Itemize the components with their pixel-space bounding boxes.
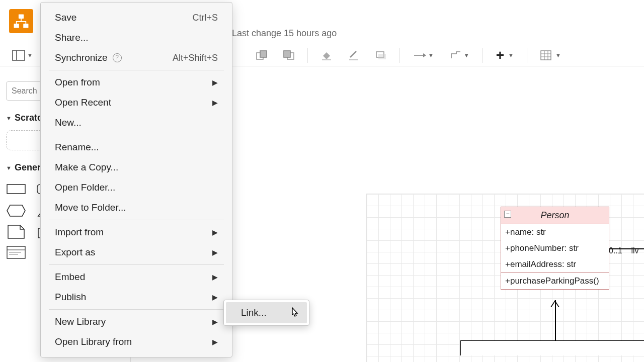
op-row[interactable]: +purchaseParkingPass() [501, 273, 609, 289]
menu-item-embed[interactable]: Embed▶ [41, 267, 232, 287]
menu-item-label: New Library [55, 316, 106, 327]
menu-separator [49, 309, 224, 310]
publish-link-item[interactable]: Link... [226, 302, 307, 323]
menu-item-label: Share... [55, 32, 89, 43]
generalization-line[interactable] [555, 300, 556, 340]
menu-separator [49, 264, 224, 265]
menu-item-label: Open Recent [55, 97, 111, 108]
menu-item-label: Rename... [55, 142, 99, 153]
publish-submenu: Link... [223, 300, 309, 326]
svg-rect-2 [23, 24, 28, 28]
menu-item-publish[interactable]: Publish▶ [41, 287, 232, 307]
menu-item-import-from[interactable]: Import from▶ [41, 222, 232, 242]
menu-shortcut: Ctrl+S [192, 13, 218, 23]
shape-note[interactable] [6, 224, 26, 239]
submenu-arrow-icon: ▶ [212, 338, 218, 346]
svg-rect-12 [378, 54, 386, 59]
waypoint-style-button[interactable]: ▼ [447, 49, 472, 62]
submenu-arrow-icon: ▶ [212, 318, 218, 326]
menu-item-open-from[interactable]: Open from▶ [41, 72, 232, 93]
menu-item-share[interactable]: Share... [41, 28, 232, 48]
to-back-button[interactable] [280, 48, 297, 62]
submenu-arrow-icon: ▶ [212, 273, 218, 281]
collapse-icon[interactable]: − [504, 211, 511, 218]
menu-item-label: Export as [55, 247, 95, 258]
submenu-arrow-icon: ▶ [212, 78, 218, 86]
shape-list[interactable] [6, 245, 26, 260]
submenu-arrow-icon: ▶ [212, 248, 218, 256]
to-front-button[interactable] [253, 48, 270, 62]
menu-item-move-to-folder[interactable]: Move to Folder... [41, 198, 232, 218]
file-menu: SaveCtrl+SShare...Synchronize?Alt+Shift+… [40, 2, 232, 357]
svg-rect-1 [14, 24, 19, 28]
table-button[interactable]: ▼ [537, 48, 564, 62]
insert-button[interactable]: +▼ [493, 45, 517, 65]
view-mode-button[interactable]: ▼ [9, 48, 36, 63]
shape-rect[interactable] [6, 182, 26, 197]
menu-item-save[interactable]: SaveCtrl+S [41, 8, 232, 28]
menu-item-label: Open from [55, 77, 100, 88]
app-logo[interactable] [9, 9, 33, 33]
svg-rect-19 [7, 185, 25, 194]
svg-rect-3 [13, 50, 25, 60]
menu-separator [49, 220, 224, 220]
svg-rect-6 [260, 51, 267, 57]
menu-item-open-library-from[interactable]: Open Library from▶ [41, 332, 232, 352]
chevron-down-icon: ▼ [6, 165, 12, 171]
submenu-arrow-icon: ▶ [212, 228, 218, 236]
class-name: Person [540, 210, 569, 220]
association-multiplicity: 0..1 liv [609, 246, 639, 255]
menu-item-synchronize[interactable]: Synchronize?Alt+Shift+S [41, 48, 232, 68]
menu-item-label: Embed [55, 272, 85, 283]
uml-class-person[interactable]: − Person +name: str +phoneNumber: str +e… [501, 207, 609, 290]
submenu-arrow-icon: ▶ [212, 293, 218, 301]
attr-row[interactable]: +emailAddress: str [501, 256, 609, 273]
menu-shortcut: Alt+Shift+S [173, 53, 218, 63]
submenu-arrow-icon: ▶ [212, 99, 218, 107]
menu-item-label: Move to Folder... [55, 202, 126, 213]
line-color-button[interactable] [345, 48, 362, 63]
menu-item-label: Make a Copy... [55, 162, 118, 173]
svg-rect-9 [322, 59, 331, 60]
menu-separator [49, 135, 224, 135]
uml-subclass-box[interactable] [460, 340, 644, 355]
menu-item-open-folder[interactable]: Open Folder... [41, 177, 232, 198]
menu-item-label: Synchronize [55, 52, 108, 63]
attr-row[interactable]: +phoneNumber: str [501, 240, 609, 256]
menu-item-label: Open Folder... [55, 182, 115, 193]
menu-item-label: Publish [55, 292, 86, 303]
svg-rect-0 [19, 14, 24, 19]
menu-item-label: New... [55, 117, 82, 128]
menu-item-export-as[interactable]: Export as▶ [41, 242, 232, 262]
menu-item-rename[interactable]: Rename... [41, 137, 232, 157]
chevron-down-icon: ▼ [27, 52, 33, 58]
menu-item-label: Save [55, 12, 76, 23]
connection-type-button[interactable]: ▼ [410, 50, 437, 60]
shadow-button[interactable] [372, 49, 389, 62]
menu-item-new-library[interactable]: New Library▶ [41, 312, 232, 332]
menu-item-label: Open Library from [55, 336, 132, 347]
fill-color-button[interactable] [318, 48, 335, 63]
svg-rect-14 [541, 51, 551, 60]
svg-rect-10 [349, 59, 358, 60]
menu-separator [49, 70, 224, 70]
help-icon[interactable]: ? [113, 53, 122, 62]
menu-item-new[interactable]: New... [41, 113, 232, 133]
menu-item-make-a-copy[interactable]: Make a Copy... [41, 157, 232, 177]
shape-hexagon[interactable] [6, 203, 26, 218]
svg-rect-8 [284, 51, 290, 57]
last-change-label: Last change 15 hours ago [232, 28, 337, 39]
menu-item-open-recent[interactable]: Open Recent▶ [41, 93, 232, 113]
menu-item-label: Import from [55, 227, 104, 238]
attr-row[interactable]: +name: str [501, 224, 609, 240]
chevron-down-icon: ▼ [6, 115, 12, 121]
